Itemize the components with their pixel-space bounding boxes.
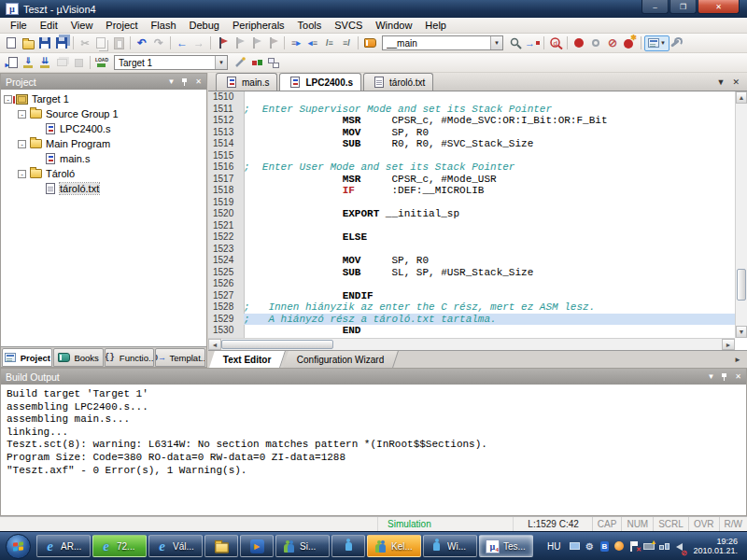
battery-icon[interactable]: ▲: [642, 539, 655, 553]
code-line[interactable]: 1510: [208, 91, 735, 104]
vertical-scrollbar[interactable]: ▲ ▼: [735, 91, 747, 338]
expander-icon[interactable]: -: [18, 110, 26, 119]
menu-view[interactable]: View: [64, 20, 100, 31]
kill-all-breakpoints-icon[interactable]: ✱: [621, 35, 638, 51]
download-icon[interactable]: LOAD: [93, 55, 110, 71]
taskbar-button-v-l[interactable]: eVál...: [148, 535, 203, 557]
taskbar-button-wi[interactable]: Wi...: [423, 535, 477, 557]
taskbar-button-kel[interactable]: Kel...: [367, 535, 421, 557]
editor-bottom-tab-text-editor[interactable]: Text Editor: [209, 351, 286, 368]
chevron-down-icon[interactable]: ▼: [167, 77, 175, 86]
tree-item-main-s[interactable]: main.s: [1, 151, 206, 166]
panel-tab-project[interactable]: Project: [2, 348, 52, 367]
uncomment-selection-icon[interactable]: ≡/: [338, 35, 355, 51]
menu-edit[interactable]: Edit: [34, 20, 64, 31]
title-bar[interactable]: µ Teszt - µVision4: [0, 0, 747, 18]
start-button[interactable]: [6, 534, 31, 559]
toggle-breakpoint-icon[interactable]: [587, 35, 604, 51]
file-extensions-icon[interactable]: [265, 55, 282, 71]
code-line[interactable]: 1514 SUB R0, R0, #SVC_Stack_Size: [208, 138, 735, 150]
save-all-icon[interactable]: [53, 35, 70, 51]
expander-icon[interactable]: -: [18, 170, 26, 178]
expander-icon[interactable]: -: [4, 95, 12, 104]
pin-icon[interactable]: [721, 372, 728, 382]
scrollbar-thumb[interactable]: [737, 269, 746, 301]
menu-peripherals[interactable]: Peripherals: [226, 20, 291, 31]
symbol-combo[interactable]: __main ▼: [382, 35, 503, 50]
volume-muted-icon[interactable]: ⊘: [672, 539, 685, 553]
close-icon[interactable]: ✕: [195, 77, 202, 86]
editor-tab-main-s[interactable]: main.s: [216, 73, 277, 91]
save-file-icon[interactable]: [36, 35, 53, 51]
tab-scroll-right-icon[interactable]: ►: [728, 351, 747, 368]
panel-tab-books[interactable]: Books: [53, 348, 104, 367]
minimize-button[interactable]: –: [641, 0, 669, 14]
tree-item-source-group-1[interactable]: -Source Group 1: [1, 106, 206, 121]
media-icon[interactable]: [613, 539, 626, 553]
taskbar-button-ar[interactable]: eAR...: [36, 535, 91, 557]
code-line[interactable]: 1512 MSR CPSR_c, #Mode_SVC:OR:I_Bit:OR:F…: [208, 115, 735, 127]
indent-icon[interactable]: ≡▸: [288, 35, 304, 51]
close-icon[interactable]: ✕: [735, 372, 741, 381]
code-line[interactable]: 1522 ELSE: [208, 231, 735, 244]
close-button[interactable]: ✕: [698, 0, 740, 14]
code-line[interactable]: 1525 SUB SL, SP, #USR_Stack_Size: [208, 267, 735, 279]
code-line[interactable]: 1516; Enter User Mode and set its Stack …: [208, 161, 735, 174]
menu-project[interactable]: Project: [99, 20, 144, 31]
build-output-log[interactable]: Build target 'Target 1'assembling LPC240…: [1, 385, 746, 481]
display-icon[interactable]: [568, 539, 581, 553]
code-line[interactable]: 1515: [208, 150, 735, 162]
insert-bookmark-icon[interactable]: [214, 35, 231, 51]
panel-tab-functio[interactable]: {}Functio...: [105, 348, 155, 367]
pin-icon[interactable]: [181, 77, 189, 87]
unindent-icon[interactable]: ◂≡: [304, 35, 321, 51]
debug-session-icon[interactable]: d: [547, 35, 564, 51]
disable-all-breakpoints-icon[interactable]: ⊘: [604, 35, 621, 51]
scroll-left-icon[interactable]: ◄: [208, 339, 221, 350]
target-combo[interactable]: Target 1 ▼: [114, 55, 228, 70]
goto-icon[interactable]: →: [524, 35, 541, 51]
menu-debug[interactable]: Debug: [183, 20, 226, 31]
book-icon[interactable]: [361, 35, 378, 51]
open-file-icon[interactable]: [20, 35, 36, 51]
maximize-button[interactable]: ❐: [669, 0, 697, 14]
taskbar-button-explorer[interactable]: [204, 535, 238, 557]
editor-tab-lpc2400-s[interactable]: LPC2400.s: [279, 73, 361, 91]
code-line[interactable]: 1513 MOV SP, R0: [208, 127, 735, 139]
comment-selection-icon[interactable]: /≡: [321, 35, 338, 51]
undo-icon[interactable]: ↶: [134, 35, 150, 51]
horizontal-scrollbar[interactable]: ◄ ►: [208, 338, 735, 350]
scroll-down-icon[interactable]: ▼: [736, 326, 747, 338]
code-line[interactable]: 1517 MSR CPSR_c, #Mode_USR: [208, 174, 735, 186]
expander-icon[interactable]: -: [18, 140, 26, 148]
translate-icon[interactable]: ▸: [3, 55, 20, 71]
scroll-right-icon[interactable]: ►: [722, 339, 735, 350]
menu-help[interactable]: Help: [418, 20, 453, 31]
tree-item-main-program[interactable]: -Main Program: [1, 136, 206, 151]
insert-breakpoint-icon[interactable]: [571, 35, 587, 51]
taskbar-button-72[interactable]: e72...: [92, 535, 147, 557]
code-line[interactable]: 1529; A hiányzó rész a tároló.txt tartal…: [208, 314, 735, 326]
code-line[interactable]: 1527 ENDIF: [208, 290, 735, 302]
code-line[interactable]: 1521: [208, 220, 735, 232]
manage-components-icon[interactable]: [248, 55, 265, 71]
menu-tools[interactable]: Tools: [291, 20, 329, 31]
network-icon[interactable]: [657, 539, 670, 553]
bluetooth-icon[interactable]: B: [598, 539, 611, 553]
chevron-down-icon[interactable]: ▼: [215, 56, 227, 69]
nav-back-icon[interactable]: ←: [174, 35, 190, 51]
taskbar-clock[interactable]: 19:26 2010.01.21.: [690, 537, 742, 555]
target-options-icon[interactable]: [232, 55, 248, 71]
taskbar-button-si[interactable]: Si...: [275, 535, 330, 557]
code-line[interactable]: 1519: [208, 197, 735, 209]
code-line[interactable]: 1511; Enter Supervisor Mode and set its …: [208, 104, 735, 116]
configure-icon[interactable]: [669, 35, 686, 51]
taskbar-button-tes[interactable]: µ4Tes...: [479, 535, 533, 557]
chevron-down-icon[interactable]: ▼: [490, 36, 502, 49]
taskbar-button-media-player[interactable]: ▶: [240, 535, 274, 557]
tree-item-t-rol[interactable]: -Tároló: [1, 166, 206, 181]
code-line[interactable]: 1524 MOV SP, R0: [208, 255, 735, 267]
window-list-icon[interactable]: ▼: [644, 35, 669, 51]
scrollbar-thumb[interactable]: [221, 340, 333, 349]
code-editor[interactable]: 15101511; Enter Supervisor Mode and set …: [208, 91, 735, 338]
